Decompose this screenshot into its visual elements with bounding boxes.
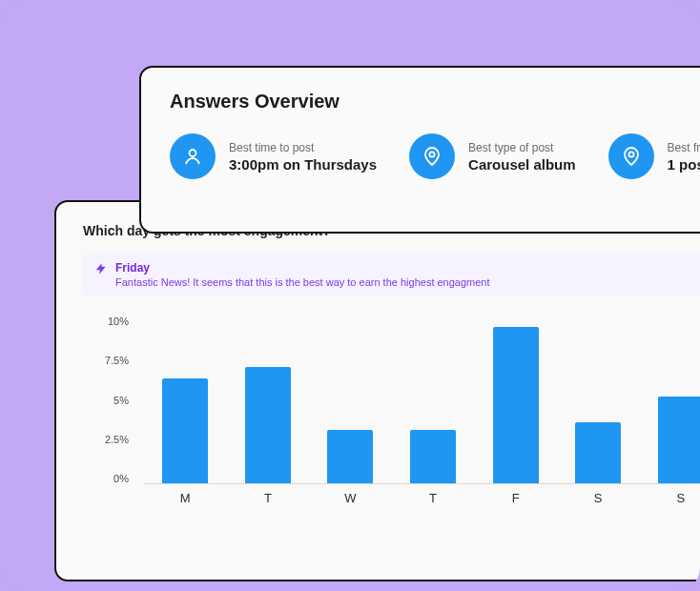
bar [245,367,291,483]
stat-value: Carousel album [468,156,576,173]
bar-slot [144,322,227,483]
insight-text: Friday Fantastic News! It seems that thi… [115,261,490,288]
y-tick: 0% [93,474,136,484]
x-tick: S [557,491,640,505]
bar [493,327,539,483]
y-tick: 10% [93,316,136,327]
bar [162,378,208,483]
stat-best-type: Best type of post Carousel album [409,133,576,179]
stat-label: Best type of post [468,141,576,154]
bar [658,397,700,483]
y-axis: 10% 7.5% 5% 2.5% 0% [93,316,136,484]
x-tick: M [144,491,227,505]
stat-best-frequency: Best frequency 1 post a day [608,133,700,179]
stat-label: Best time to post [229,141,377,154]
pin-icon [608,133,654,179]
bar-slot [639,322,700,483]
bar-slot [557,322,640,483]
engagement-chart-card: Which day gets the most engagement? Frid… [54,200,700,581]
answers-overview-card: Answers Overview Best time to post 3:00p… [139,66,700,234]
stat-label: Best frequency [668,141,700,154]
bar-slot [227,322,310,483]
x-tick: S [639,491,700,505]
y-tick: 7.5% [93,356,136,366]
insight-subtext: Fantastic News! It seems that this is th… [115,276,490,288]
bar-slot [392,322,475,483]
insight-headline: Friday [115,261,490,275]
bar-chart: 10% 7.5% 5% 2.5% 0% MTWTFSS [93,316,700,507]
bar [327,430,373,483]
lightning-icon [94,262,108,279]
plot-area [144,322,700,484]
x-tick: F [474,491,557,505]
bar [575,422,621,483]
stat-value: 1 post a day [668,156,700,173]
x-tick: T [392,491,475,505]
stat-best-time: Best time to post 3:00pm on Thursdays [170,133,377,179]
x-axis: MTWTFSS [144,488,700,507]
insight-banner: Friday Fantastic News! It seems that thi… [83,254,700,296]
stat-text: Best type of post Carousel album [468,141,576,173]
stat-text: Best time to post 3:00pm on Thursdays [229,141,377,173]
bar [410,430,456,483]
svg-point-2 [628,152,633,156]
svg-point-0 [190,150,196,156]
app-background: Which day gets the most engagement? Frid… [0,0,700,591]
pin-icon [409,133,455,179]
x-tick: T [227,491,310,505]
x-tick: W [309,491,392,505]
bar-slot [474,322,557,483]
stat-text: Best frequency 1 post a day [668,141,700,173]
y-tick: 2.5% [93,435,136,445]
svg-point-1 [429,152,434,156]
bar-slot [309,322,392,483]
stat-value: 3:00pm on Thursdays [229,156,377,173]
overview-title: Answers Overview [170,91,700,112]
stats-row: Best time to post 3:00pm on Thursdays Be… [170,133,700,179]
user-icon [170,133,216,179]
y-tick: 5% [93,396,136,406]
